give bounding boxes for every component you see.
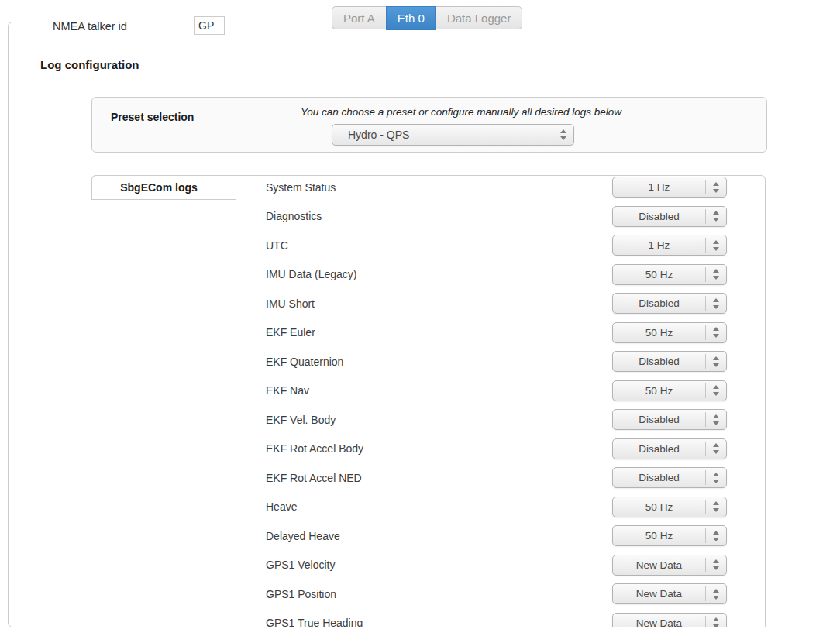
log-rate-select[interactable]: 1 Hz [612, 177, 727, 198]
nmea-talker-id-input[interactable] [194, 16, 225, 35]
log-rate-select[interactable]: 50 Hz [612, 322, 727, 343]
spinner-up-icon[interactable] [713, 617, 719, 621]
log-rate-select-value: New Data [613, 584, 705, 603]
spinner-down-icon[interactable] [713, 596, 719, 600]
log-rate-select[interactable]: 50 Hz [612, 497, 727, 517]
spinner-down-icon[interactable] [713, 334, 719, 338]
spinner-down-icon[interactable] [713, 363, 719, 367]
spinner-up-icon[interactable] [713, 473, 719, 476]
active-tab-connector-line [415, 29, 415, 40]
spinner-up-icon[interactable] [713, 211, 719, 215]
log-rate-select-spinner[interactable] [705, 296, 726, 311]
log-row-label: EKF Nav [266, 384, 309, 397]
log-rate-select-spinner[interactable] [705, 528, 726, 543]
log-row-label: System Status [266, 181, 336, 194]
log-rate-select[interactable]: New Data [612, 583, 727, 604]
log-rate-select-value: 50 Hz [613, 323, 705, 342]
spinner-down-icon[interactable] [713, 421, 719, 425]
log-rate-select-value: 50 Hz [613, 265, 705, 284]
log-rate-select-spinner[interactable] [705, 586, 726, 601]
log-row-label: EKF Rot Accel Body [266, 442, 363, 455]
spinner-up-icon[interactable] [713, 589, 719, 593]
log-rate-select[interactable]: Disabled [612, 409, 727, 430]
log-rate-select[interactable]: New Data [612, 555, 727, 576]
spinner-down-icon[interactable] [713, 305, 719, 309]
preset-select[interactable]: Hydro - QPS [332, 124, 574, 146]
spinner-up-icon[interactable] [713, 298, 719, 302]
log-rate-select[interactable]: Disabled [612, 293, 727, 314]
log-rate-select-spinner[interactable] [705, 354, 726, 369]
log-rate-select-spinner[interactable] [705, 500, 726, 514]
spinner-down-icon[interactable] [713, 566, 719, 570]
log-rate-select-value: Disabled [613, 410, 705, 429]
log-rate-select-spinner[interactable] [705, 383, 726, 398]
log-row: GPS1 Position New Data [236, 579, 766, 609]
spinner-down-icon[interactable] [713, 218, 719, 222]
log-rate-select[interactable]: Disabled [612, 351, 727, 372]
log-row: EKF Rot Accel Body Disabled [236, 435, 766, 464]
log-rate-select-spinner[interactable] [705, 267, 726, 282]
log-rate-select-spinner[interactable] [705, 442, 726, 456]
log-rate-select[interactable]: 1 Hz [612, 235, 727, 256]
log-row-label: Delayed Heave [266, 530, 340, 542]
spinner-down-icon[interactable] [713, 276, 719, 280]
log-rate-select-spinner[interactable] [705, 180, 726, 194]
spinner-down-icon[interactable] [560, 136, 566, 140]
log-rate-select[interactable]: Disabled [612, 206, 727, 227]
spinner-up-icon[interactable] [713, 269, 719, 273]
log-rate-select-spinner[interactable] [705, 616, 726, 627]
spinner-down-icon[interactable] [713, 624, 719, 627]
log-rate-select-spinner[interactable] [705, 470, 726, 485]
log-rate-select[interactable]: Disabled [612, 467, 727, 488]
spinner-up-icon[interactable] [713, 559, 719, 563]
spinner-up-icon[interactable] [713, 501, 719, 505]
log-row: UTC 1 Hz [236, 231, 766, 260]
log-rate-select[interactable]: 50 Hz [612, 380, 727, 401]
log-rate-select[interactable]: 50 Hz [612, 264, 727, 285]
log-row-label: Diagnostics [266, 210, 322, 222]
spinner-down-icon[interactable] [713, 480, 719, 483]
log-rate-select-spinner[interactable] [705, 412, 726, 427]
log-rate-select-value: Disabled [613, 294, 705, 313]
log-rate-select-spinner[interactable] [705, 558, 726, 572]
tab-eth-0[interactable]: Eth 0 [386, 6, 436, 30]
log-rate-select[interactable]: Disabled [612, 438, 727, 459]
spinner-up-icon[interactable] [713, 385, 719, 389]
log-rate-select-spinner[interactable] [705, 238, 726, 253]
sbgecom-logs-label: SbgECom logs [91, 175, 236, 200]
log-row: EKF Nav 50 Hz [236, 376, 766, 406]
spinner-down-icon[interactable] [713, 189, 719, 193]
spinner-up-icon[interactable] [713, 531, 719, 535]
spinner-up-icon[interactable] [560, 129, 566, 133]
log-rate-select-value: 50 Hz [613, 497, 705, 517]
log-rate-select[interactable]: New Data [612, 613, 727, 627]
log-row: Delayed Heave 50 Hz [236, 521, 766, 551]
spinner-down-icon[interactable] [713, 247, 719, 251]
spinner-down-icon[interactable] [713, 538, 719, 541]
log-row: EKF Quaternion Disabled [236, 347, 766, 376]
spinner-up-icon[interactable] [713, 414, 719, 418]
spinner-up-icon[interactable] [713, 182, 719, 186]
log-rate-select-spinner[interactable] [705, 209, 726, 224]
tab-port-a[interactable]: Port A [332, 6, 387, 29]
spinner-up-icon[interactable] [713, 327, 719, 331]
spinner-down-icon[interactable] [713, 392, 719, 396]
log-row: EKF Rot Accel NED Disabled [236, 463, 766, 493]
log-rate-select[interactable]: 50 Hz [612, 525, 727, 546]
spinner-down-icon[interactable] [713, 508, 719, 512]
spinner-up-icon[interactable] [713, 356, 719, 360]
spinner-down-icon[interactable] [713, 450, 719, 454]
spinner-up-icon[interactable] [713, 443, 719, 447]
spinner-up-icon[interactable] [713, 240, 719, 244]
tab-data-logger[interactable]: Data Logger [435, 6, 523, 29]
log-row: EKF Euler 50 Hz [236, 318, 766, 348]
preset-select-spinner[interactable] [553, 127, 573, 143]
log-rate-select-spinner[interactable] [705, 325, 726, 340]
log-row: EKF Vel. Body Disabled [236, 405, 766, 435]
log-rate-select-value: Disabled [613, 352, 705, 371]
log-row-label: GPS1 Position [266, 588, 336, 600]
log-rate-select-value: New Data [613, 614, 705, 627]
log-rate-select-value: Disabled [613, 207, 705, 226]
log-row: IMU Data (Legacy) 50 Hz [236, 260, 766, 290]
log-row: System Status 1 Hz [236, 173, 766, 202]
